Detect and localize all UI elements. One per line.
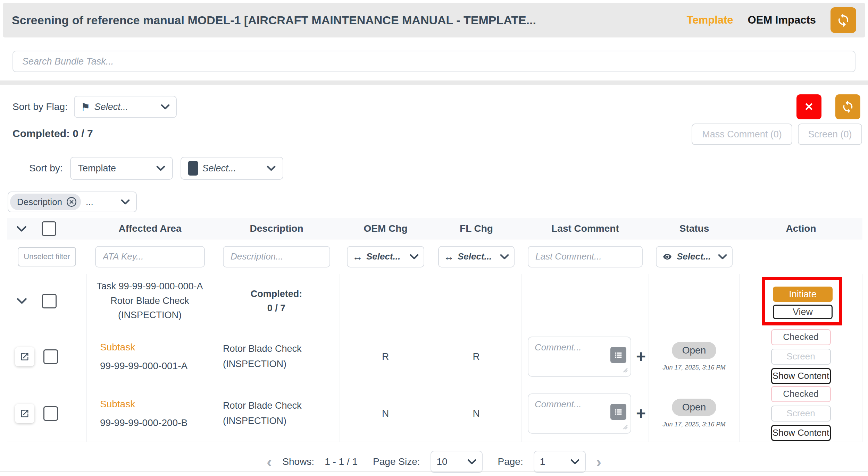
checked-button[interactable]: Checked	[771, 386, 831, 402]
oem-chg-value: R	[382, 351, 389, 362]
subtask-description: Rotor Blade Check (INSPECTION)	[223, 341, 327, 371]
chevron-down-icon	[570, 459, 579, 465]
expand-all-chevron-icon[interactable]	[16, 226, 27, 232]
last-comment-filter-input[interactable]	[528, 246, 643, 267]
add-comment-button[interactable]: +	[636, 405, 646, 422]
column-filter-dropdown[interactable]: Description ...	[8, 192, 137, 212]
task-completed-value: 0 / 7	[267, 303, 286, 314]
subtask-row-checkbox[interactable]	[43, 349, 58, 364]
status-badge[interactable]: Open	[672, 342, 716, 359]
collapse-task-chevron-icon[interactable]	[17, 298, 27, 304]
page-select[interactable]: 1	[534, 451, 586, 473]
sort-by-select[interactable]: Template	[70, 157, 173, 180]
description-filter-input[interactable]	[223, 246, 330, 267]
chevron-down-icon	[410, 254, 419, 260]
comment-templates-button[interactable]	[610, 347, 626, 363]
oem-chg-value: N	[382, 408, 389, 419]
remove-chip-icon[interactable]	[66, 196, 77, 208]
open-subtask-button[interactable]	[15, 347, 34, 366]
unselect-filter-button[interactable]: Unselect filter	[18, 247, 76, 266]
chevron-down-icon	[156, 165, 165, 171]
page-size-value: 10	[437, 456, 448, 467]
comment-templates-button[interactable]	[610, 404, 626, 420]
search-bundle-task-input[interactable]	[12, 51, 856, 72]
sync-icon	[841, 100, 855, 114]
open-subtask-button[interactable]	[15, 404, 34, 423]
task-row-checkbox[interactable]	[42, 294, 57, 308]
screening-page: Screening of reference manual MODEL-1 [A…	[0, 0, 868, 476]
subtask-description: Rotor Blade Check (INSPECTION)	[223, 398, 327, 428]
fl-chg-filter-value: Select...	[458, 251, 492, 262]
chevron-down-icon	[121, 199, 130, 205]
initiate-button[interactable]: Initiate	[773, 287, 833, 302]
refresh-list-button[interactable]	[835, 94, 860, 119]
screen-button[interactable]: Screen	[771, 349, 831, 365]
resize-grip-icon[interactable]	[622, 424, 628, 431]
oem-impacts-link[interactable]: OEM Impacts	[748, 14, 816, 26]
close-icon: ✕	[804, 100, 814, 113]
sort-by-value: Template	[78, 163, 116, 174]
status-filter-select[interactable]: Select...	[656, 246, 733, 267]
page-value: 1	[540, 456, 545, 467]
show-content-button[interactable]: Show Content	[771, 425, 831, 441]
oem-chg-filter-select[interactable]: ↔ Select...	[347, 246, 424, 267]
previous-page-icon[interactable]: ‹	[267, 454, 272, 470]
table-filter-row: Unselect filter ↔ Select... ↔	[7, 239, 862, 274]
status-badge[interactable]: Open	[672, 399, 716, 416]
mass-comment-button[interactable]: Mass Comment (0)	[692, 124, 792, 145]
chip-label: Description	[17, 197, 62, 207]
column-header-oem-chg[interactable]: OEM Chg	[340, 218, 431, 239]
shows-value: 1 - 1 / 1	[325, 456, 358, 467]
page-size-select[interactable]: 10	[431, 451, 483, 473]
resize-grip-icon[interactable]	[622, 367, 628, 374]
subtask-row: Subtask 99-99-99-000-200-B Rotor Blade C…	[7, 385, 862, 442]
fl-chg-filter-select[interactable]: ↔ Select...	[438, 246, 515, 267]
sort-by-label: Sort by:	[29, 163, 62, 174]
chevron-down-icon	[718, 254, 727, 260]
clear-filters-button[interactable]: ✕	[796, 94, 821, 119]
section-divider	[0, 80, 868, 85]
subtask-row-checkbox[interactable]	[43, 406, 58, 421]
page-title: Screening of reference manual MODEL-1 [A…	[12, 14, 672, 27]
chevron-down-icon	[267, 165, 276, 171]
flag-select-value: Select...	[94, 102, 128, 112]
template-link[interactable]: Template	[687, 14, 733, 26]
chevron-down-icon	[500, 254, 509, 260]
column-header-last-comment[interactable]: Last Comment	[521, 218, 649, 239]
column-header-status[interactable]: Status	[649, 218, 740, 239]
color-swatch-icon	[188, 161, 198, 176]
add-comment-button[interactable]: +	[636, 348, 646, 365]
list-icon	[614, 350, 623, 360]
refresh-button[interactable]	[831, 7, 856, 33]
show-content-button[interactable]: Show Content	[771, 368, 831, 384]
external-link-icon	[20, 409, 30, 418]
select-all-checkbox[interactable]	[42, 221, 56, 236]
column-header-action[interactable]: Action	[740, 218, 862, 239]
ata-key-filter-input[interactable]	[95, 246, 205, 267]
status-filter-value: Select...	[677, 251, 711, 262]
task-completed-label: Completed:	[251, 289, 302, 299]
range-arrow-icon: ↔	[352, 251, 363, 263]
checked-button[interactable]: Checked	[771, 329, 831, 345]
flag-icon: ⚑	[81, 101, 90, 113]
flag-select[interactable]: ⚑ Select...	[74, 96, 177, 118]
shows-label: Shows:	[282, 456, 314, 467]
view-button[interactable]: View	[773, 305, 833, 319]
column-header-description[interactable]: Description	[213, 218, 340, 239]
bundle-task-table: Affected Area Description OEM Chg FL Chg…	[7, 218, 862, 442]
chevron-down-icon	[467, 459, 476, 465]
screen-selected-button[interactable]: Screen (0)	[798, 124, 862, 145]
column-header-fl-chg[interactable]: FL Chg	[431, 218, 521, 239]
completed-summary: Completed: 0 / 7	[12, 128, 93, 139]
external-link-icon	[20, 352, 30, 362]
comment-box	[528, 337, 631, 377]
subtask-type-label[interactable]: Subtask	[100, 399, 213, 410]
column-header-affected-area[interactable]: Affected Area	[87, 218, 213, 239]
subtask-type-label[interactable]: Subtask	[100, 342, 213, 353]
color-select[interactable]: Select...	[181, 157, 283, 180]
next-page-icon[interactable]: ›	[596, 454, 601, 470]
table-header-row: Affected Area Description OEM Chg FL Chg…	[7, 218, 862, 239]
page-size-label: Page Size:	[373, 456, 420, 467]
screen-button[interactable]: Screen	[771, 406, 831, 422]
status-timestamp: Jun 17, 2025, 3:16 PM	[662, 421, 725, 428]
